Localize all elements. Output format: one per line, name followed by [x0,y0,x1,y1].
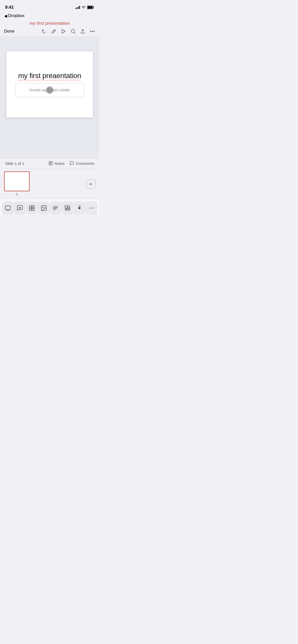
svg-point-31 [91,208,92,208]
add-slide-button[interactable]: + [86,180,95,189]
shapes-button[interactable] [62,201,74,215]
grid-view-icon [29,205,35,211]
text-tool-icon [52,205,59,211]
svg-rect-18 [29,208,32,211]
grid-view-button[interactable] [26,201,38,215]
comments-label: Comments [76,161,94,166]
share-button[interactable] [80,28,86,34]
markup-button[interactable] [51,28,57,34]
slide-actions: Notes Comments [48,161,94,166]
thumbnail-1-wrapper[interactable]: 1 [4,171,30,196]
wifi-icon [82,6,86,9]
slide-main-title[interactable]: my first preaentation [18,72,81,80]
svg-rect-26 [65,206,67,208]
undo-button[interactable] [41,28,47,34]
svg-point-29 [78,207,81,209]
shapes-icon [64,205,71,211]
add-comment-icon [17,205,23,211]
media-insert-icon [40,205,47,211]
presentation-title: my first presentation [30,21,70,26]
slides-view-icon [5,205,11,211]
slide-canvas[interactable]: my first preaentation Double tap to add … [6,51,93,118]
svg-point-27 [68,206,70,208]
svg-point-32 [93,208,94,208]
more-button[interactable] [90,28,95,34]
svg-line-4 [74,32,75,33]
svg-point-30 [89,208,90,208]
back-label: Dropbox [8,13,24,18]
svg-rect-19 [32,208,34,211]
status-icons [75,6,94,9]
svg-rect-1 [88,6,92,9]
svg-point-7 [94,31,94,32]
svg-rect-12 [6,206,11,210]
add-comment-button[interactable] [14,201,26,215]
svg-rect-16 [29,206,32,208]
svg-point-5 [90,31,91,32]
svg-marker-2 [62,30,65,33]
notes-label: Notes [55,161,64,166]
bottom-toolbar [0,199,99,215]
svg-point-21 [42,207,43,208]
status-time: 9:41 [5,5,14,10]
notes-icon [48,161,53,166]
add-slide-icon: + [89,181,92,187]
done-button[interactable]: Done [4,29,15,34]
comments-button[interactable]: Comments [70,161,94,166]
slide-thumbnail-1[interactable] [4,171,30,191]
text-tool-button[interactable] [50,201,62,215]
slide-status-bar: Slide 1 of 1 Notes Comments [0,158,99,168]
svg-rect-28 [68,209,70,210]
play-button[interactable] [61,28,66,34]
svg-rect-17 [32,206,34,208]
status-bar: 9:41 [0,0,99,12]
back-chevron-icon: ◀ [4,13,7,18]
more-tools-button[interactable] [85,201,97,215]
below-slide-area [0,133,99,158]
comments-icon [70,161,74,166]
slide-editing-area[interactable]: my first preaentation Double tap to add … [0,36,99,133]
thumbnail-strip: 1 + [0,168,99,199]
thumbnail-number-1: 1 [16,192,18,196]
slides-view-button[interactable] [2,201,14,215]
touch-cursor [46,86,53,94]
notes-button[interactable]: Notes [48,161,64,166]
record-button[interactable] [74,201,86,215]
battery-icon [87,6,94,9]
record-icon [76,205,83,211]
search-button[interactable] [70,28,76,34]
main-toolbar: Done [0,27,99,36]
media-insert-button[interactable] [38,201,50,215]
signal-icon [75,6,80,9]
title-bar: my first presentation [0,20,99,27]
back-nav: ◀ Dropbox [0,12,99,20]
subtitle-box[interactable]: Double tap to add subtitle [15,83,84,97]
svg-point-6 [92,31,93,32]
back-button[interactable]: ◀ Dropbox [4,13,24,18]
toolbar-icons [41,28,95,34]
more-tools-icon [88,205,95,211]
slide-count: Slide 1 of 1 [5,161,24,166]
